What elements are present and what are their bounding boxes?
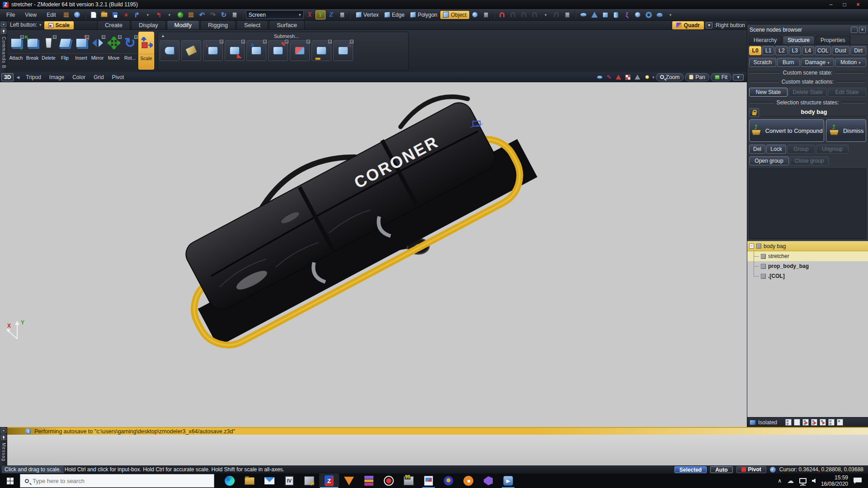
layer-l0-button[interactable]: L0 xyxy=(749,46,761,55)
screen-space-select[interactable]: Screen ▾ xyxy=(246,10,304,19)
start-button[interactable] xyxy=(0,474,20,488)
submesh-detach-button[interactable]: ↓◲ xyxy=(203,40,223,61)
delete-state-button[interactable]: Delete State xyxy=(788,88,827,97)
taskbar-audacity[interactable] xyxy=(439,474,458,488)
snap-grid-button[interactable] xyxy=(530,10,540,19)
tool-attach[interactable]: ↓◲ Attach xyxy=(8,32,24,70)
right-button-dropdown[interactable]: ▾ xyxy=(706,22,712,28)
expand-corner-icon[interactable]: ◲ xyxy=(328,40,332,43)
create-disc-button[interactable] xyxy=(579,10,589,19)
autosave-message-bar[interactable]: i Performing autosave to "c:\users\gamin… xyxy=(7,427,868,435)
motion-button[interactable]: Motion▾ xyxy=(835,58,866,67)
taskbar-edge[interactable] xyxy=(220,474,240,488)
save-button[interactable] xyxy=(110,10,120,19)
list-show-icon[interactable] xyxy=(802,419,809,426)
pivot-badge[interactable]: Pivot xyxy=(736,466,766,473)
web-button[interactable] xyxy=(175,10,185,19)
tool-break[interactable]: ↖ Break xyxy=(24,32,40,70)
tray-chevron-icon[interactable]: ∧ xyxy=(778,478,782,484)
expand-corner-icon[interactable]: ◲ xyxy=(53,35,57,39)
tab-hierarchy[interactable]: Hierarchy xyxy=(749,36,782,44)
create-cube-button[interactable] xyxy=(600,10,610,19)
dismiss-button[interactable]: ⤴ Dismiss xyxy=(826,119,866,142)
delete-file-button[interactable]: × xyxy=(121,10,131,19)
tab-structure[interactable]: Structure xyxy=(783,36,815,44)
layer-l4-button[interactable]: L4 xyxy=(802,46,814,55)
ungroup-button[interactable]: Ungroup xyxy=(816,145,849,154)
expand-corner-icon[interactable]: ◲ xyxy=(285,40,288,43)
submesh-normals-button[interactable]: ▲◲ xyxy=(246,40,266,61)
new-file-button[interactable] xyxy=(89,10,99,19)
submesh-collapse-button[interactable]: ▲ xyxy=(160,33,166,39)
tab-properties[interactable]: Properties xyxy=(816,36,850,44)
tool-insert[interactable]: ✎◲ Insert xyxy=(73,32,89,70)
expand-corner-icon[interactable]: ◲ xyxy=(85,35,89,39)
import-button[interactable]: ↰ xyxy=(154,10,164,19)
snap-edge-button[interactable] xyxy=(519,10,529,19)
expand-corner-icon[interactable]: ◲ xyxy=(350,40,354,43)
speaker-icon[interactable] xyxy=(812,479,816,483)
tool-rotate[interactable]: ↻◲ Rot... xyxy=(122,32,138,70)
expand-corner-icon[interactable]: ◲ xyxy=(20,35,24,39)
taskbar-movie-maker[interactable] xyxy=(299,474,319,488)
mode-vertex-button[interactable]: Vertex xyxy=(354,11,381,19)
cone-red-button[interactable] xyxy=(614,74,623,81)
tab-surface[interactable]: Surface xyxy=(269,20,305,29)
snap-options-button[interactable]: ▾ xyxy=(541,10,551,19)
onedrive-cloud-icon[interactable]: ☁ xyxy=(787,477,794,485)
tool-flip[interactable]: Flip xyxy=(57,32,73,70)
del-button[interactable]: Del xyxy=(749,145,765,154)
submesh-flatten-button[interactable]: ▂◲ xyxy=(311,40,331,61)
right-button-mode-chip[interactable]: Quadr xyxy=(672,21,704,29)
new-state-button[interactable]: New State xyxy=(749,88,788,97)
mode-mini-button[interactable] xyxy=(481,10,491,19)
expand-corner-icon[interactable]: ◲ xyxy=(102,35,105,39)
taskbar-fivem[interactable] xyxy=(339,474,359,488)
expand-corner-icon[interactable]: ◲ xyxy=(307,40,310,43)
list-add-icon[interactable] xyxy=(828,419,835,426)
hotkeys-button[interactable] xyxy=(61,10,71,19)
close-messages-button[interactable]: × xyxy=(1,428,6,433)
create-cone-button[interactable] xyxy=(590,10,599,19)
tab-rigging[interactable]: Rigging xyxy=(200,20,236,29)
axis-x-button[interactable]: X xyxy=(305,10,315,19)
tree-row-col[interactable]: .[COL] xyxy=(747,271,868,281)
layer-dirt-button[interactable]: Dirt xyxy=(850,46,866,55)
minimize-button[interactable]: – xyxy=(827,1,835,8)
viewport-options-button[interactable]: ▾ xyxy=(733,74,744,80)
create-torus-button[interactable] xyxy=(644,10,654,19)
pan-button[interactable]: Pan xyxy=(685,73,709,81)
mode-object-button[interactable]: Object xyxy=(440,11,469,19)
layer-dust-button[interactable]: Dust xyxy=(832,46,850,55)
light-button[interactable] xyxy=(643,74,651,81)
expand-corner-icon[interactable]: ◲ xyxy=(134,35,138,39)
tool-scale[interactable]: Scale xyxy=(138,32,154,70)
taskbar-search[interactable] xyxy=(20,474,214,488)
submesh-weld-button[interactable]: ∴◲ xyxy=(333,40,353,61)
expand-corner-icon[interactable]: ◲ xyxy=(118,35,122,39)
tool-move[interactable]: ◲ Move xyxy=(106,32,122,70)
import-options-button[interactable]: ▾ xyxy=(165,10,175,19)
toolbar-mini-button[interactable] xyxy=(230,10,240,19)
list-empty-icon[interactable] xyxy=(794,419,800,426)
expand-corner-icon[interactable]: ◲ xyxy=(220,40,223,43)
maximize-button[interactable]: □ xyxy=(841,1,848,8)
tab-create[interactable]: Create xyxy=(97,20,130,29)
axis-z-button[interactable]: Z xyxy=(326,10,336,19)
submesh-brush-button[interactable] xyxy=(181,40,201,61)
taskbar-winrar[interactable] xyxy=(359,474,379,488)
selection-sphere-button[interactable] xyxy=(470,10,480,19)
view-mode-button[interactable]: 3D xyxy=(1,73,14,81)
pin-icon[interactable] xyxy=(1,28,6,34)
taskbar-visual-studio[interactable] xyxy=(478,474,498,488)
mode-edge-button[interactable]: Edge xyxy=(382,11,407,19)
edit-state-button[interactable]: Edit State xyxy=(828,88,866,97)
create-helix-button[interactable]: ξ xyxy=(622,10,632,19)
taskbar-recorder[interactable] xyxy=(379,474,399,488)
snap-extra-button[interactable] xyxy=(552,10,561,19)
pin-icon[interactable] xyxy=(1,435,6,440)
taskbar-zmodeler[interactable]: Z xyxy=(319,474,339,488)
notification-center-icon[interactable] xyxy=(854,478,862,484)
node-checkbox[interactable] xyxy=(761,274,766,279)
list-remove-icon[interactable] xyxy=(837,419,843,426)
